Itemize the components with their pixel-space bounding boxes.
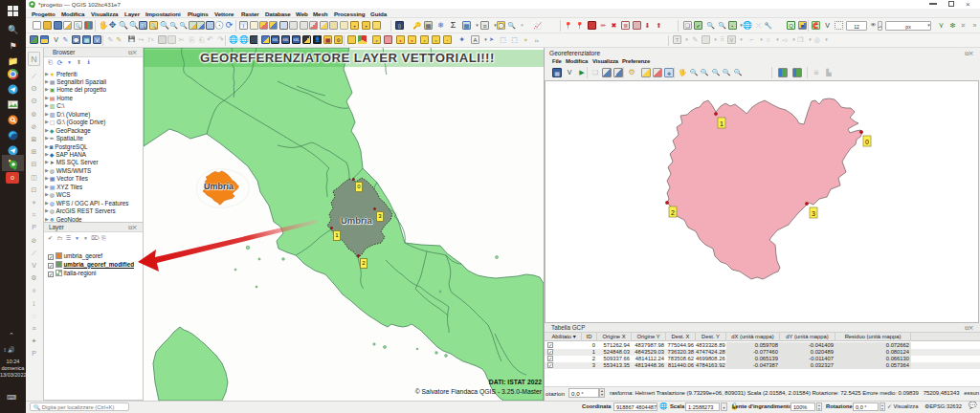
svg-text:3: 3 xyxy=(812,210,815,217)
svg-text:0: 0 xyxy=(865,139,869,145)
svg-text:1: 1 xyxy=(720,120,724,127)
svg-text:2: 2 xyxy=(671,209,675,216)
